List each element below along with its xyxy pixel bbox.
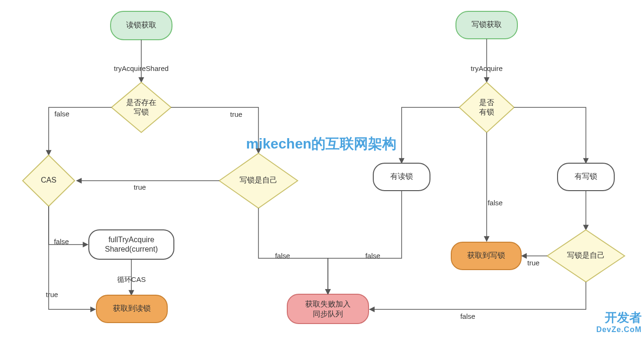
node-has-lock xyxy=(459,82,514,132)
label-false-3: false xyxy=(275,252,290,260)
label-false-1: false xyxy=(54,110,69,118)
label-has-write-lock-right: 有写锁 xyxy=(575,172,597,180)
label-has-lock-l1: 是否 xyxy=(479,98,494,106)
label-fail-l2: 同步队列 xyxy=(313,310,343,318)
label-got-read-lock: 获取到读锁 xyxy=(113,304,151,312)
node-has-write-lock xyxy=(112,82,171,132)
node-full-try xyxy=(89,230,174,259)
label-false-4: false xyxy=(488,199,503,207)
edge-haswrite-writeisself xyxy=(171,107,258,153)
label-true-3: true xyxy=(46,290,58,298)
footer-brand-1: 开发者 xyxy=(604,310,642,324)
edge-haslock-hasread xyxy=(402,107,459,163)
label-write-is-self-left: 写锁是自己 xyxy=(240,176,277,184)
label-has-write-lock-l1: 是否存在 xyxy=(126,98,156,106)
label-try-acquire-shared: tryAcquireShared xyxy=(114,64,169,72)
edge-hasread-fail xyxy=(328,191,402,294)
label-false-2: false xyxy=(54,237,69,246)
label-has-write-lock-l2: 写锁 xyxy=(134,108,149,116)
label-has-lock-l2: 有锁 xyxy=(479,108,494,116)
label-got-write-lock: 获取到写锁 xyxy=(467,251,505,259)
label-has-read-lock: 有读锁 xyxy=(390,172,413,180)
footer-brand-2: DevZe.CoM xyxy=(596,325,642,333)
label-start-read: 读锁获取 xyxy=(126,21,156,29)
watermark-text: mikechen的互联网架构 xyxy=(246,136,396,151)
edge-haslock-haswriter xyxy=(514,107,586,163)
label-false-5: false xyxy=(365,252,380,260)
label-loop-cas: 循环CAS xyxy=(117,275,146,283)
label-false-6: false xyxy=(460,312,475,320)
label-full-try-l1: fullTryAcquire xyxy=(108,236,154,244)
label-full-try-l2: Shared(current) xyxy=(105,245,158,253)
edge-writeisselfr-fail xyxy=(369,282,586,309)
label-write-is-self-right: 写锁是自己 xyxy=(567,251,605,259)
node-fail-enqueue xyxy=(287,294,369,324)
label-try-acquire: tryAcquire xyxy=(471,64,503,72)
label-fail-l1: 获取失败加入 xyxy=(305,300,351,308)
label-true-1: true xyxy=(230,110,242,118)
edge-writeisself-fail xyxy=(258,208,328,294)
label-true-2: true xyxy=(134,183,146,191)
label-cas: CAS xyxy=(41,176,57,184)
label-start-write: 写锁获取 xyxy=(472,20,502,28)
label-true-4: true xyxy=(527,259,540,267)
